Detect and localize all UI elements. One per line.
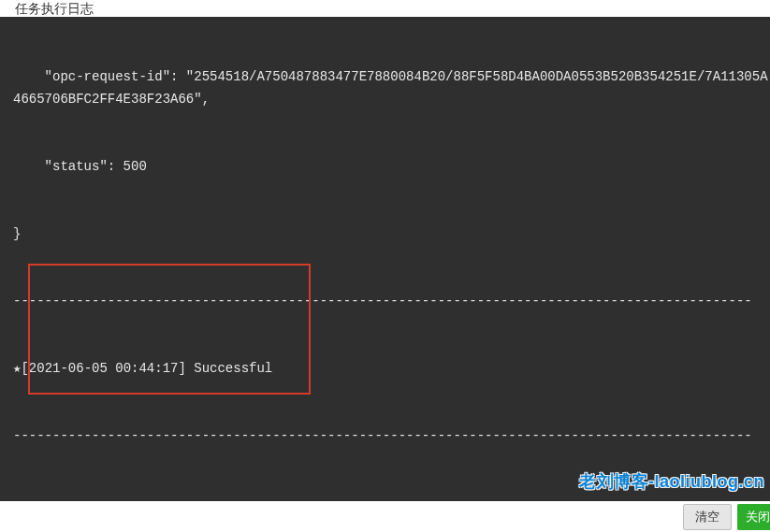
log-line: ★[2021-06-05 00:44:17] Successful — [0, 357, 770, 380]
close-button[interactable]: 关闭 — [737, 504, 770, 530]
log-line: } — [0, 223, 770, 245]
log-line: ----------------------------------------… — [0, 290, 770, 312]
log-output[interactable]: "opc-request-id": "2554518/A750487883477… — [0, 17, 770, 501]
log-line: ----------------------------------------… — [0, 424, 770, 447]
log-line: "opc-request-id": "2554518/A750487883477… — [0, 65, 770, 110]
button-bar: 清空 关闭 — [0, 501, 770, 532]
panel-title: 任务执行日志 — [15, 0, 94, 17]
clear-button[interactable]: 清空 — [683, 504, 732, 530]
log-line: "status": 500 — [0, 155, 770, 178]
log-panel: 任务执行日志 "opc-request-id": "2554518/A75048… — [0, 0, 770, 532]
